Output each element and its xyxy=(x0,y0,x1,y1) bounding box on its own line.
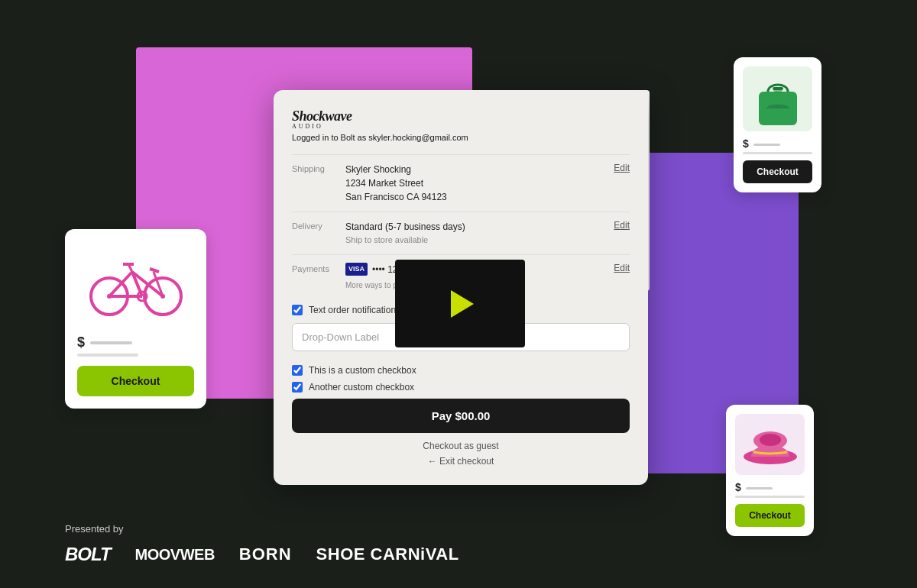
delivery-content: Standard (5-7 business days) Ship to sto… xyxy=(345,220,614,247)
product-price-top-right: $ xyxy=(743,137,812,150)
checkout-button-top-right[interactable]: Checkout xyxy=(743,160,812,183)
delivery-label: Delivery xyxy=(292,220,345,231)
modal-logo: Shockwave AUDIO xyxy=(292,108,630,130)
svg-line-11 xyxy=(150,269,159,272)
checkbox1-row: This is a custom checkbox xyxy=(292,359,630,376)
delivery-edit[interactable]: Edit xyxy=(614,220,630,231)
shoe-carnival-logo: SHOE CARNiVAL xyxy=(316,544,459,564)
price-bar-bottom-right xyxy=(735,496,805,498)
checkout-button-left[interactable]: Checkout xyxy=(77,366,194,396)
play-button-icon xyxy=(451,290,474,318)
price-bar-left xyxy=(77,354,138,357)
svg-point-25 xyxy=(760,434,781,446)
checkbox1[interactable] xyxy=(292,365,303,376)
modal-logged-in: Logged in to Bolt as skyler.hocking@gmai… xyxy=(292,133,630,142)
shipping-edit[interactable]: Edit xyxy=(614,163,630,173)
product-price-left: $ xyxy=(77,334,194,351)
bolt-logo: BOLT xyxy=(65,544,111,565)
product-image-bottom-right xyxy=(735,414,805,475)
product-card-left: $ Checkout xyxy=(65,229,206,409)
price-bar-top-right xyxy=(743,152,812,154)
presented-by-label: Presented by xyxy=(65,523,459,535)
text-notifications-checkbox[interactable] xyxy=(292,305,303,315)
product-image-top-right xyxy=(743,66,812,131)
product-image-left xyxy=(77,241,194,325)
exit-checkout[interactable]: ← Exit checkout xyxy=(292,456,630,467)
product-card-top-right: $ Checkout xyxy=(734,57,821,192)
delivery-section: Delivery Standard (5-7 business days) Sh… xyxy=(292,212,630,254)
brand-logos: BOLT MOOVWEB BORN SHOE CARNiVAL xyxy=(65,544,459,565)
svg-rect-22 xyxy=(773,87,783,90)
product-card-bottom-right: $ Checkout xyxy=(726,405,814,536)
checkbox2-row: Another custom checkbox xyxy=(292,376,630,393)
born-logo: BORN xyxy=(239,544,292,564)
checkbox2[interactable] xyxy=(292,382,303,393)
shipping-content: Skyler Shocking 1234 Market Street San F… xyxy=(345,163,614,204)
visa-badge: VISA xyxy=(345,263,368,276)
product-price-bottom-right: $ xyxy=(735,481,805,493)
checkout-button-bottom-right[interactable]: Checkout xyxy=(735,504,805,527)
payments-label: Payments xyxy=(292,263,345,273)
checkout-as-guest[interactable]: Checkout as guest xyxy=(292,441,630,451)
video-overlay[interactable] xyxy=(395,260,525,347)
pay-button[interactable]: Pay $00.00 xyxy=(292,399,630,433)
payments-edit[interactable]: Edit xyxy=(614,263,630,273)
shipping-label: Shipping xyxy=(292,163,345,173)
moovweb-logo: MOOVWEB xyxy=(135,546,215,564)
shipping-section: Shipping Skyler Shocking 1234 Market Str… xyxy=(292,154,630,212)
checkbox2-label: Another custom checkbox xyxy=(309,382,414,393)
footer: Presented by BOLT MOOVWEB BORN SHOE CARN… xyxy=(65,523,459,565)
checkbox1-label: This is a custom checkbox xyxy=(309,365,416,376)
